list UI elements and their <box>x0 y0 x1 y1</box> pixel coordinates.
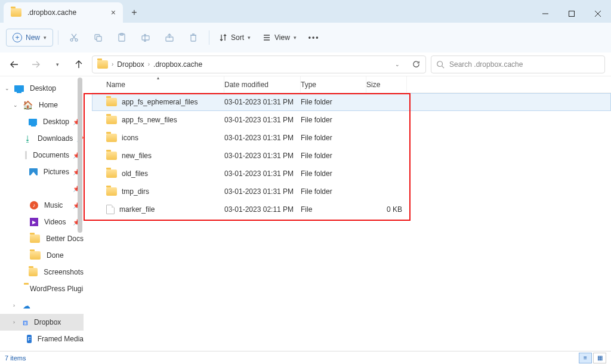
forward-button[interactable] <box>27 56 44 73</box>
svg-rect-10 <box>142 36 149 40</box>
sidebar-item[interactable]: ›☁ <box>0 297 84 314</box>
file-row[interactable]: old_files03-01-2023 01:31 PMFile folder <box>92 165 611 183</box>
download-icon: ⭳ <box>24 134 32 143</box>
svg-point-13 <box>437 61 443 66</box>
search-placeholder: Search .dropbox.cache <box>449 60 523 69</box>
window-controls <box>532 5 611 23</box>
file-name: marker_file <box>119 205 155 214</box>
sidebar-item[interactable]: FFramed Media <box>0 331 84 347</box>
details-view-button[interactable]: ≡ <box>579 353 592 363</box>
sidebar-item-label: Framed Media <box>38 335 84 343</box>
breadcrumb-segment[interactable]: Dropbox <box>117 60 144 69</box>
search-input[interactable]: Search .dropbox.cache <box>431 55 605 73</box>
address-bar[interactable]: › Dropbox › .dropbox.cache ⌄ <box>92 55 426 73</box>
file-name: tmp_dirs <box>122 187 149 196</box>
rename-icon[interactable] <box>135 28 156 47</box>
cloud-icon: ☁ <box>23 301 30 310</box>
sidebar-item[interactable]: ⌄🏠Home <box>0 97 84 113</box>
sidebar-item[interactable]: ⌄Desktop <box>0 80 84 97</box>
item-count: 7 items <box>5 354 26 362</box>
close-tab-icon[interactable]: × <box>111 8 116 17</box>
column-header-date[interactable]: Date modified <box>224 76 301 92</box>
refresh-icon[interactable] <box>412 60 421 69</box>
file-name: new_files <box>122 152 152 160</box>
document-icon <box>25 151 27 159</box>
share-icon[interactable] <box>159 28 180 47</box>
folder-icon <box>29 268 38 276</box>
cut-icon[interactable] <box>63 28 85 47</box>
back-button[interactable] <box>6 56 23 73</box>
delete-icon[interactable] <box>183 28 204 47</box>
file-row[interactable]: app_fs_ephemeral_files03-01-2023 01:31 P… <box>92 93 611 111</box>
sidebar-item[interactable]: Desktop📌 <box>0 113 84 130</box>
file-type: File folder <box>301 169 366 178</box>
folder-icon <box>30 251 41 260</box>
folder-icon <box>97 60 108 69</box>
folder-icon <box>106 134 117 142</box>
framed-icon: F <box>27 335 31 343</box>
pictures-icon <box>29 168 38 175</box>
sidebar-item-label: Screenshots <box>44 268 84 276</box>
sidebar-item[interactable]: 📌 <box>0 180 84 197</box>
sidebar-item-label: Pictures <box>44 168 69 176</box>
chevron-down-icon: ▾ <box>44 35 47 41</box>
window-tab[interactable]: .dropbox.cache × <box>4 2 123 23</box>
paste-icon[interactable] <box>111 28 132 47</box>
up-button[interactable] <box>70 56 87 73</box>
file-row[interactable]: marker_file03-01-2023 02:11 PMFile0 KB <box>92 200 611 218</box>
maximize-button[interactable] <box>558 5 585 23</box>
file-date: 03-01-2023 01:31 PM <box>224 98 301 106</box>
title-bar: .dropbox.cache × + <box>0 0 611 23</box>
folder-icon <box>30 235 41 243</box>
copy-icon[interactable] <box>87 28 109 47</box>
separator <box>209 30 209 45</box>
file-row[interactable]: new_files03-01-2023 01:31 PMFile folder <box>92 147 611 165</box>
breadcrumb-segment[interactable]: .dropbox.cache <box>153 60 202 69</box>
file-date: 03-01-2023 01:31 PM <box>224 116 301 124</box>
new-label: New <box>26 33 40 42</box>
close-button[interactable] <box>585 5 611 23</box>
more-button[interactable]: ••• <box>304 33 325 42</box>
column-header-name[interactable]: ▴ Name <box>92 76 224 92</box>
nav-row: ▾ › Dropbox › .dropbox.cache ⌄ Search .d… <box>0 53 611 76</box>
file-row[interactable]: tmp_dirs03-01-2023 01:31 PMFile folder <box>92 183 611 200</box>
new-button[interactable]: + New ▾ <box>6 29 53 47</box>
sidebar-item[interactable]: Done <box>0 247 84 264</box>
sidebar-item[interactable]: Better Docs <box>0 230 84 247</box>
sidebar-item[interactable]: ♪Music📌 <box>0 197 84 214</box>
chevron-down-icon[interactable]: ⌄ <box>395 61 400 67</box>
sidebar-item[interactable]: ⭳Downloads📌 <box>0 130 84 147</box>
sidebar-item[interactable]: ›⧈Dropbox <box>0 314 84 331</box>
sidebar-scrollbar[interactable] <box>78 78 82 233</box>
thumbnails-view-button[interactable]: ▦ <box>593 353 606 363</box>
chevron-right-icon: › <box>112 61 113 67</box>
sidebar-item-label: Home <box>39 101 58 109</box>
sidebar-item[interactable]: Documents📌 <box>0 147 84 164</box>
view-icon <box>263 33 271 42</box>
sort-button[interactable]: Sort ▾ <box>214 33 255 42</box>
view-button[interactable]: View ▾ <box>258 33 301 42</box>
file-name: app_fs_new_files <box>122 116 177 124</box>
folder-icon <box>106 152 117 160</box>
new-tab-button[interactable]: + <box>125 4 143 21</box>
chevron-down-icon: ▾ <box>248 35 251 41</box>
column-header-type[interactable]: Type <box>301 76 366 92</box>
video-icon: ▶ <box>30 218 38 226</box>
column-header-size[interactable]: Size <box>366 76 407 92</box>
sidebar-item[interactable]: Pictures📌 <box>0 164 84 180</box>
ellipsis-icon: ••• <box>308 33 320 42</box>
recent-dropdown[interactable]: ▾ <box>49 56 66 73</box>
sidebar-item[interactable]: ▶Videos📌 <box>0 214 84 230</box>
file-row[interactable]: app_fs_new_files03-01-2023 01:31 PMFile … <box>92 111 611 129</box>
home-icon: 🏠 <box>23 100 33 110</box>
sidebar-item[interactable]: Screenshots <box>0 264 84 280</box>
minimize-button[interactable] <box>532 5 558 23</box>
file-row[interactable]: icons03-01-2023 01:31 PMFile folder <box>92 129 611 147</box>
sidebar-item[interactable]: WordPress Plugins <box>0 280 84 297</box>
file-type: File <box>301 205 366 214</box>
file-type: File folder <box>301 134 366 142</box>
sidebar-item-label: Music <box>44 201 63 209</box>
search-icon <box>436 60 445 69</box>
sort-label: Sort <box>231 33 244 42</box>
chevron-down-icon: ▾ <box>294 35 297 41</box>
